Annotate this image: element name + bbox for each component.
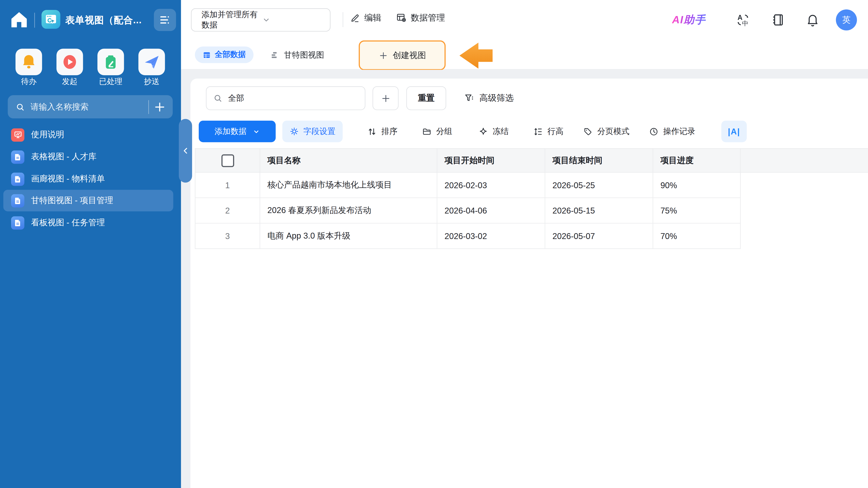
sidebar-item-label: 画廊视图 - 物料清单 <box>31 174 105 184</box>
advanced-filter-button[interactable]: 高级筛选 <box>464 86 514 110</box>
cell-project-name[interactable]: 2026 春夏系列新品发布活动 <box>260 198 437 224</box>
sidebar-item-table-view[interactable]: 表格视图 - 人才库 <box>3 146 174 168</box>
table-row[interactable]: 3 电商 App 3.0 版本升级 2026-03-02 2026-05-07 … <box>195 223 868 249</box>
group-button[interactable]: 分组 <box>422 121 452 142</box>
freeze-label: 冻结 <box>493 126 509 137</box>
cell-progress[interactable]: 90% <box>653 173 741 198</box>
history-button[interactable]: 操作记录 <box>649 121 695 142</box>
column-header[interactable]: 项目进度 <box>653 148 741 173</box>
initiate-label[interactable]: 发起 <box>50 77 90 87</box>
app-logo-icon <box>41 10 60 29</box>
field-settings-label: 字段设置 <box>303 126 336 137</box>
row-index[interactable]: 1 <box>195 173 260 198</box>
plus-icon <box>378 51 388 60</box>
cell-start-date[interactable]: 2026-02-03 <box>437 173 546 198</box>
edit-button[interactable]: 编辑 <box>350 11 381 25</box>
sidebar-search[interactable]: 请输入名称搜索 <box>8 95 173 119</box>
chevron-down-icon <box>252 127 260 135</box>
select-all-checkbox[interactable] <box>221 154 234 167</box>
add-filter-button[interactable] <box>373 86 399 110</box>
create-view-label: 创建视图 <box>393 50 426 61</box>
notebook-icon[interactable] <box>771 13 785 27</box>
add-sheet-icon[interactable] <box>153 100 166 113</box>
width-toggle-label: |A| <box>728 127 740 136</box>
cell-end-date[interactable]: 2026-05-25 <box>545 173 653 198</box>
sidebar-title-divider <box>34 13 35 28</box>
sidebar-collapse-handle[interactable] <box>179 119 192 183</box>
cell-project-name[interactable]: 核心产品越南市场本地化上线项目 <box>260 173 437 198</box>
table-row[interactable]: 1 核心产品越南市场本地化上线项目 2026-02-03 2026-05-25 … <box>195 173 868 198</box>
bell-icon <box>20 53 38 71</box>
data-manage-button[interactable]: 数据管理 <box>396 11 445 25</box>
cell-end-date[interactable]: 2026-05-15 <box>545 198 653 224</box>
cell-end-date[interactable]: 2026-05-07 <box>545 223 653 249</box>
view-tabs: 全部数据 甘特图视图 创建视图 <box>181 35 868 70</box>
field-settings-button[interactable]: 字段设置 <box>282 121 343 142</box>
column-header[interactable]: 项目名称 <box>260 148 437 173</box>
ai-assistant-button[interactable]: AI助手 <box>672 13 706 27</box>
edit-label: 编辑 <box>364 12 381 24</box>
cell-filler <box>741 173 868 198</box>
sidebar-item-gantt-view[interactable]: 甘特图视图 - 项目管理 <box>3 190 174 212</box>
sidebar-item-kanban-view[interactable]: 看板视图 - 任务管理 <box>3 212 174 234</box>
column-width-toggle[interactable]: |A| <box>721 121 747 142</box>
record-search-input[interactable]: 全部 <box>206 86 365 110</box>
app-title: 表单视图（配合... <box>65 14 142 26</box>
todo-label[interactable]: 待办 <box>9 77 49 87</box>
cell-progress[interactable]: 75% <box>653 198 741 224</box>
tab-gantt-view[interactable]: 甘特图视图 <box>270 46 324 63</box>
sidebar-menu-button[interactable] <box>154 9 176 31</box>
cell-progress[interactable]: 70% <box>653 223 741 249</box>
pagination-mode-button[interactable]: 分页模式 <box>583 121 629 142</box>
row-height-label: 行高 <box>548 126 563 137</box>
app-window: 表单视图（配合... 待办 <box>0 0 868 488</box>
scope-dropdown[interactable]: 添加并管理所有数据 <box>191 8 331 32</box>
search-add-divider <box>148 100 149 113</box>
search-icon <box>213 94 223 103</box>
cell-project-name[interactable]: 电商 App 3.0 版本升级 <box>260 223 437 249</box>
table-row[interactable]: 2 2026 春夏系列新品发布活动 2026-04-06 2026-05-15 … <box>195 198 868 224</box>
notification-bell-icon[interactable] <box>805 13 820 27</box>
column-header[interactable]: 项目结束时间 <box>545 148 653 173</box>
reset-button[interactable]: 重置 <box>406 86 446 110</box>
gantt-icon <box>270 50 280 60</box>
add-data-label: 添加数据 <box>215 126 247 137</box>
tab-all-data[interactable]: 全部数据 <box>195 46 254 63</box>
clock-icon <box>649 127 659 136</box>
row-index[interactable]: 2 <box>195 198 260 224</box>
sort-arrows-icon <box>367 127 377 136</box>
sort-button[interactable]: 排序 <box>367 121 398 142</box>
topbar-divider <box>343 12 343 27</box>
bag-pencil-icon <box>101 53 120 71</box>
user-avatar[interactable]: 英 <box>836 9 857 31</box>
cell-start-date[interactable]: 2026-04-06 <box>437 198 546 224</box>
sidebar-item-usage-guide[interactable]: 使用说明 <box>3 124 174 146</box>
column-header[interactable]: 项目开始时间 <box>437 148 546 173</box>
todo-tile[interactable] <box>16 49 42 75</box>
initiate-tile[interactable] <box>57 49 83 75</box>
create-view-button[interactable]: 创建视图 <box>359 40 445 70</box>
add-data-button[interactable]: 添加数据 <box>199 121 276 142</box>
play-icon <box>60 53 79 71</box>
paper-plane-icon <box>142 53 161 71</box>
top-bar: 添加并管理所有数据 编辑 <box>181 0 868 35</box>
freeze-button[interactable]: 冻结 <box>478 121 509 142</box>
home-icon[interactable] <box>9 9 29 30</box>
processed-label[interactable]: 已处理 <box>91 77 131 87</box>
translate-icon[interactable]: A 中 <box>736 13 750 27</box>
row-index[interactable]: 3 <box>195 223 260 249</box>
tab-gantt-label: 甘特图视图 <box>284 50 324 60</box>
sidebar-item-label: 使用说明 <box>31 129 64 140</box>
cell-filler <box>741 223 868 249</box>
sidebar-item-gallery-view[interactable]: 画廊视图 - 物料清单 <box>3 168 174 190</box>
history-label: 操作记录 <box>663 126 695 137</box>
processed-tile[interactable] <box>97 49 124 75</box>
row-height-button[interactable]: 行高 <box>533 121 563 142</box>
table-grid-icon <box>203 51 211 59</box>
select-all-cell[interactable] <box>195 148 260 173</box>
database-gear-icon <box>396 12 407 23</box>
cc-label[interactable]: 抄送 <box>132 77 172 87</box>
cell-start-date[interactable]: 2026-03-02 <box>437 223 546 249</box>
cc-tile[interactable] <box>138 49 165 75</box>
document-icon <box>11 194 24 207</box>
